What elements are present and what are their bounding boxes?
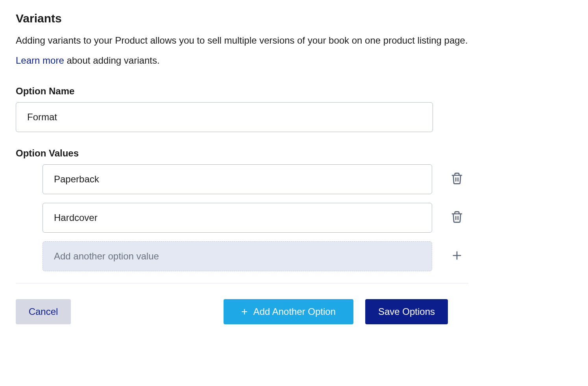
learn-more-suffix: about adding variants. [64,55,160,66]
cancel-button[interactable]: Cancel [16,299,71,324]
footer-divider [16,283,468,283]
variants-heading: Variants [16,12,572,25]
trash-icon [451,171,463,187]
plus-icon [451,248,463,264]
add-value-input[interactable] [43,241,432,271]
add-another-option-label: Add Another Option [253,306,335,317]
option-values-label: Option Values [16,148,572,159]
delete-value-button[interactable] [448,169,466,189]
variants-description: Adding variants to your Product allows y… [16,34,572,47]
plus-icon: + [241,305,248,318]
add-value-row [43,241,487,271]
learn-more-link[interactable]: Learn more [16,55,64,66]
learn-more-line: Learn more about adding variants. [16,55,572,66]
option-name-label: Option Name [16,86,572,97]
add-another-option-button[interactable]: + Add Another Option [224,299,353,324]
delete-value-button[interactable] [448,208,466,228]
option-value-row [43,164,487,194]
add-value-button[interactable] [448,246,466,266]
option-value-row [43,203,487,233]
option-value-input[interactable] [43,203,432,233]
footer-actions: Cancel + Add Another Option Save Options [16,299,448,324]
trash-icon [451,210,463,225]
save-options-button[interactable]: Save Options [365,299,448,324]
option-name-input[interactable] [16,102,433,132]
option-value-input[interactable] [43,164,432,194]
